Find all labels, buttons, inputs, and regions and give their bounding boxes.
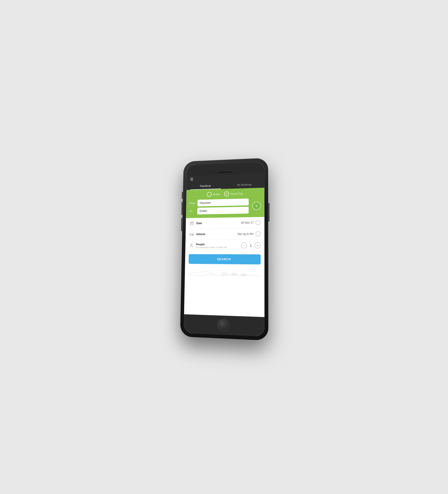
people-count: 1	[249, 243, 253, 247]
increment-button[interactable]: +	[254, 242, 260, 248]
hamburger-menu-button[interactable]: ☰	[190, 177, 193, 181]
from-row: From	[189, 198, 260, 207]
calendar-icon	[189, 221, 195, 226]
svg-rect-0	[190, 222, 193, 225]
route-section: From To ⇅	[189, 198, 260, 214]
people-stepper: − 1 +	[241, 242, 260, 248]
date-row[interactable]: Date 30 Nov 17 ›	[186, 217, 264, 229]
app-content: ☰ Plan/Book My Bookings →	[184, 173, 264, 317]
tab-plan-book[interactable]: Plan/Book	[186, 182, 224, 190]
from-label: From	[189, 202, 196, 204]
phone-side-button-vol-down	[181, 218, 182, 231]
to-input[interactable]	[197, 207, 249, 214]
svg-rect-14	[233, 273, 235, 274]
round-trip-label: Round Trip	[231, 192, 243, 195]
phone-side-button-power	[268, 203, 269, 221]
vehicle-row[interactable]: Vehicle Van up to 8m ›	[185, 228, 264, 240]
from-input[interactable]	[197, 198, 248, 206]
people-info: People No passengers under 12 years old	[196, 243, 241, 248]
phone-screen: ☰ Plan/Book My Bookings →	[184, 161, 264, 336]
vehicle-label: Vehicle	[196, 233, 205, 236]
vehicle-value: Van up to 8m	[205, 232, 253, 236]
single-option[interactable]: → Single	[207, 192, 220, 197]
trip-type-selector: → Single ⇄ Round Trip	[190, 190, 260, 197]
people-row: People No passengers under 12 years old …	[185, 240, 264, 251]
to-row: To	[189, 206, 260, 214]
vehicle-icon	[189, 232, 194, 237]
svg-rect-11	[223, 273, 226, 274]
people-icon	[189, 243, 194, 248]
phone-frame: ☰ Plan/Book My Bookings →	[180, 158, 268, 341]
single-icon: →	[207, 192, 212, 197]
people-label: People	[196, 243, 241, 246]
decrement-button[interactable]: −	[241, 242, 247, 248]
svg-rect-16	[242, 273, 244, 274]
people-sublabel: No passengers under 12 years old	[196, 246, 241, 248]
date-value: 30 Nov 17	[202, 221, 253, 225]
speaker-grille	[218, 171, 231, 173]
svg-rect-5	[193, 234, 194, 235]
phone-side-button-vol-up	[181, 202, 183, 215]
single-label: Single	[213, 193, 220, 196]
ferry-illustration	[185, 266, 264, 281]
search-header: → Single ⇄ Round Trip From	[186, 188, 264, 218]
to-label: To	[189, 210, 196, 212]
round-trip-icon: ⇄	[224, 191, 229, 196]
svg-rect-4	[190, 234, 193, 235]
home-button[interactable]	[217, 319, 229, 331]
round-trip-option[interactable]: ⇄ Round Trip	[224, 191, 243, 196]
swap-button[interactable]: ⇅	[252, 202, 260, 210]
svg-point-9	[191, 244, 192, 245]
phone-side-button-mute	[182, 192, 183, 199]
date-label: Date	[196, 222, 202, 225]
form-section: Date 30 Nov 17 ›	[184, 217, 264, 317]
date-arrow: ›	[256, 220, 260, 225]
phone-bottom-bar	[184, 314, 264, 336]
vehicle-arrow: ›	[255, 231, 260, 236]
tab-my-bookings[interactable]: My Bookings	[224, 180, 264, 189]
search-button[interactable]: SEARCH	[188, 254, 260, 264]
swap-icon: ⇅	[255, 204, 258, 208]
scene: ☰ Plan/Book My Bookings →	[165, 175, 285, 321]
